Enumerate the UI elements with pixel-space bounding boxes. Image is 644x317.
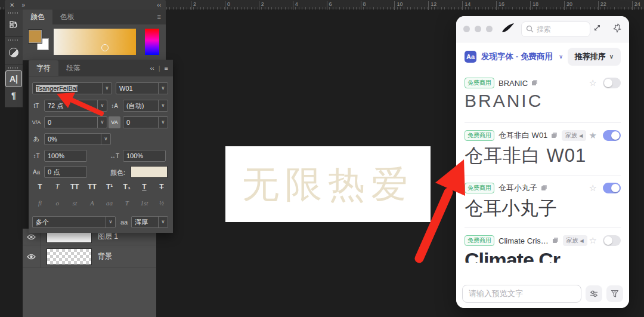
paragraph-panel-icon[interactable]: ¶ — [6, 87, 21, 104]
window-close-button[interactable] — [463, 26, 470, 32]
search-box[interactable] — [521, 21, 590, 37]
preview-text-input[interactable] — [462, 285, 581, 303]
copy-icon[interactable] — [531, 78, 538, 88]
favorite-star-icon[interactable]: ★ — [589, 130, 597, 141]
ligatures-button[interactable]: fi — [33, 199, 47, 207]
faux-italic-button[interactable]: T — [51, 183, 64, 191]
superscript-button[interactable]: T¹ — [103, 183, 116, 191]
category-dropdown[interactable]: 发现字体 - 免费商用 — [481, 51, 553, 62]
chevron-down-icon[interactable]: ∨ — [102, 83, 112, 94]
swash-button[interactable]: A — [85, 199, 98, 207]
chevron-down-icon[interactable]: ∨ — [158, 100, 168, 111]
panel-menu-icon[interactable]: ≡ — [165, 64, 168, 72]
font-style-field[interactable]: W01 ∨ — [116, 82, 168, 94]
history-panel-icon[interactable] — [6, 16, 21, 34]
hue-slider[interactable] — [145, 29, 159, 55]
foreground-background-swatches[interactable] — [29, 30, 51, 53]
tab-swatches[interactable]: 色板 — [52, 9, 82, 24]
window-zoom-button[interactable] — [486, 26, 493, 32]
copy-icon[interactable] — [551, 130, 558, 141]
expand-window-icon[interactable] — [593, 23, 602, 35]
settings-sliders-button[interactable] — [586, 285, 602, 302]
foreground-color-swatch[interactable] — [29, 30, 42, 43]
family-badge[interactable]: 家族 ◀ — [563, 235, 587, 246]
tsume-field[interactable]: 0% ∨ — [44, 133, 111, 145]
layer-visibility-eye-icon[interactable] — [23, 245, 41, 267]
language-select[interactable]: 多个 ∨ — [32, 216, 116, 228]
tracking-field[interactable]: 0 ∨ — [123, 116, 168, 128]
small-caps-button[interactable]: TT — [85, 183, 98, 191]
copy-icon[interactable] — [552, 235, 559, 246]
family-badge[interactable]: 家族 ◀ — [562, 130, 586, 141]
chevron-down-icon[interactable]: ∨ — [106, 217, 115, 227]
tab-paragraph[interactable]: 段落 — [58, 60, 88, 76]
font-list-item[interactable]: 免费商用 仓耳小丸子 家族 ◀ ☆ 仓耳小丸子 — [465, 176, 621, 228]
ordinal-button[interactable]: 1st — [138, 199, 151, 207]
chevron-down-icon[interactable]: ∨ — [158, 117, 168, 128]
titling-alternates-button[interactable]: T — [120, 199, 134, 207]
document-canvas[interactable]: 无限热爱 — [225, 146, 431, 222]
faux-bold-button[interactable]: T — [33, 183, 47, 191]
category-aa-icon: Aa — [465, 51, 476, 63]
favorite-star-icon[interactable]: ☆ — [589, 235, 597, 246]
filter-funnel-button[interactable] — [606, 285, 623, 302]
font-list-item[interactable]: 免费商用 仓耳非白 W01 家族 ◀ ★ 仓耳非白 W01 — [465, 123, 621, 176]
chevron-down-icon[interactable]: ∨ — [101, 134, 110, 144]
font-size-field[interactable]: 72 点 ∨ — [44, 100, 107, 112]
font-enable-toggle[interactable] — [603, 78, 621, 88]
font-enable-toggle[interactable] — [603, 235, 621, 246]
search-input[interactable] — [537, 25, 584, 33]
tab-character[interactable]: 字符 — [29, 60, 58, 76]
adjustments-panel-icon[interactable] — [6, 44, 21, 61]
tab-color[interactable]: 颜色 — [23, 9, 52, 24]
grip-handle[interactable] — [8, 67, 19, 69]
chevron-down-icon[interactable]: ∨ — [97, 117, 107, 128]
grip-handle[interactable] — [8, 39, 19, 41]
copy-icon[interactable] — [541, 183, 547, 193]
expand-panels-icon[interactable]: » — [21, 2, 25, 8]
vertical-scale-field[interactable]: 100% — [44, 150, 87, 162]
pin-icon[interactable] — [612, 23, 622, 35]
leading-field[interactable]: (自动) ∨ — [123, 100, 168, 112]
font-family-field[interactable]: TsangerFeiBai ∨ — [32, 82, 112, 94]
underline-button[interactable]: T — [138, 183, 151, 191]
chevron-down-icon[interactable]: ∨ — [158, 83, 168, 94]
close-icon[interactable]: ✕ — [10, 2, 14, 8]
font-list-item[interactable]: 免费商用 BRANIC 家族 ◀ ☆ BRANIC — [465, 70, 621, 123]
font-enable-toggle[interactable] — [603, 183, 621, 193]
layer-row[interactable]: 背景 — [23, 245, 156, 268]
color-panel: 颜色 色板 ≡ — [23, 9, 166, 60]
antialias-select[interactable]: 浑厚 ∨ — [131, 216, 168, 228]
font-list-item[interactable]: 免费商用 Climate Cris… 家族 ◀ ☆ Climate Cr — [465, 228, 621, 281]
character-panel-icon[interactable]: A| — [6, 71, 21, 87]
all-caps-button[interactable]: TT — [68, 183, 81, 191]
chevron-down-icon[interactable]: ∨ — [158, 217, 168, 227]
collapse-panel-icon[interactable]: ‹‹ — [150, 64, 154, 72]
color-gradient-picker[interactable] — [54, 29, 136, 55]
chevron-down-icon[interactable]: ∨ — [559, 53, 563, 60]
family-badge-label: 家族 — [565, 132, 577, 139]
collapse-panels-icon[interactable]: ‹‹ — [157, 2, 161, 8]
stylistic-alternates-button[interactable]: aa — [103, 199, 116, 207]
baseline-shift-field[interactable]: 0 点 — [44, 166, 87, 178]
chevron-down-icon[interactable]: ∨ — [97, 100, 107, 111]
favorite-star-icon[interactable]: ☆ — [589, 78, 597, 88]
ordinals-button[interactable]: o — [51, 199, 64, 207]
favorite-star-icon[interactable]: ☆ — [589, 183, 597, 193]
discretionary-ligatures-button[interactable]: st — [68, 199, 81, 207]
gradient-cursor[interactable] — [101, 44, 109, 51]
window-minimize-button[interactable] — [475, 26, 481, 32]
kerning-field[interactable]: 0 ∨ — [44, 116, 107, 128]
layer-thumbnail[interactable] — [47, 248, 92, 265]
horizontal-scale-field[interactable]: 100% — [123, 150, 166, 162]
grip-handle[interactable] — [8, 12, 19, 14]
subscript-button[interactable]: T₁ — [120, 183, 134, 191]
text-color-swatch[interactable] — [131, 166, 168, 178]
strikethrough-button[interactable]: T — [155, 183, 168, 191]
panel-menu-icon[interactable]: ≡ — [157, 13, 161, 20]
vertical-scale-icon: ↕T — [30, 150, 42, 162]
font-enable-toggle[interactable] — [603, 130, 621, 141]
font-panel-toolbar: Aa 发现字体 - 免费商用 ∨ 推荐排序 ∨ — [456, 42, 629, 70]
fractions-button[interactable]: ½ — [155, 199, 168, 207]
sort-dropdown[interactable]: 推荐排序 ∨ — [568, 48, 621, 66]
